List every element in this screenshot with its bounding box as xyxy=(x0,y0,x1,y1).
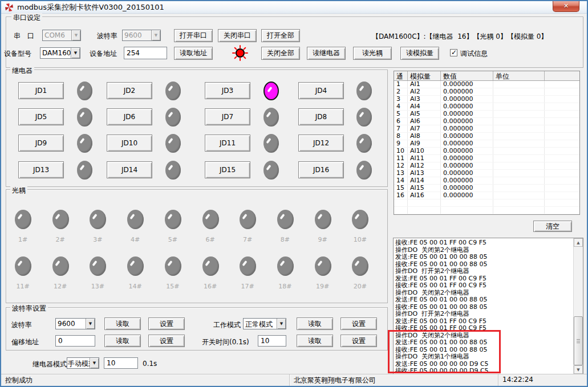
log-line: 接收:FE 05 00 00 00 00 D9 C5 xyxy=(395,368,573,373)
opto-led-1 xyxy=(15,210,31,229)
relay-button-jd14[interactable]: JD14 xyxy=(107,161,152,178)
switch-time-set-button[interactable]: 设置 xyxy=(340,335,377,347)
read-analog-button[interactable]: 读模拟量 xyxy=(400,47,439,60)
dropdown-arrow-icon: ▼ xyxy=(90,358,99,368)
relay-button-jd3[interactable]: JD3 xyxy=(205,82,250,99)
cell-channel: 4 xyxy=(394,103,408,110)
status-company: 北京聚英翱翔电子有限公司 xyxy=(290,374,498,386)
cell-channel: 10 xyxy=(394,148,408,154)
open-all-button[interactable]: 打开全部 xyxy=(261,29,300,42)
baud-set-button[interactable]: 设置 xyxy=(148,317,185,330)
close-serial-button[interactable]: 关闭串口 xyxy=(218,29,257,42)
cell-name: AI1 xyxy=(408,81,441,88)
cell-channel: 2 xyxy=(394,88,408,95)
open-serial-button[interactable]: 打开串口 xyxy=(174,29,213,42)
cell-value: 0.000000 xyxy=(441,103,493,110)
switch-time-input[interactable] xyxy=(258,335,286,347)
offset-input[interactable] xyxy=(55,335,95,347)
cell-empty xyxy=(408,199,441,206)
relay-button-jd11[interactable]: JD11 xyxy=(205,135,250,152)
cell-unit xyxy=(493,185,545,192)
relay-button-jd13[interactable]: JD13 xyxy=(18,161,64,178)
relay-mode-time-input[interactable] xyxy=(104,357,138,369)
cell-empty xyxy=(441,207,493,214)
opto-label-2: 2# xyxy=(51,236,70,243)
baud2-select[interactable]: 9600 ▼ xyxy=(55,318,95,329)
opto-led-5 xyxy=(165,210,181,229)
cell-empty xyxy=(493,199,545,206)
offset-read-button[interactable]: 读取 xyxy=(104,335,141,347)
cell-channel: 16 xyxy=(394,192,408,199)
cell-channel: 13 xyxy=(394,170,408,177)
relay-button-jd10[interactable]: JD10 xyxy=(107,135,152,152)
cell-unit xyxy=(493,81,545,88)
cell-name: AI15 xyxy=(408,185,441,192)
cell-empty xyxy=(545,199,579,206)
work-mode-value: 正常模式 xyxy=(244,319,277,329)
table-row: 16AI160.000000 xyxy=(394,192,579,199)
column-header-4: 单位 xyxy=(493,71,545,80)
relay-button-jd9[interactable]: JD9 xyxy=(18,135,64,152)
cell-name: AI9 xyxy=(408,140,441,147)
work-mode-read-button[interactable]: 读取 xyxy=(297,317,333,330)
read-addr-button[interactable]: 读取地址 xyxy=(174,47,213,60)
cell-unit xyxy=(493,192,545,199)
opto-led-17 xyxy=(240,256,256,276)
read-relay-button[interactable]: 读继电器 xyxy=(307,47,346,60)
relay-button-jd4[interactable]: JD4 xyxy=(298,82,344,99)
relay-button-jd12[interactable]: JD12 xyxy=(298,135,344,152)
log-line: 接收:FE 05 00 01 FF 00 C9 F5 xyxy=(395,239,573,247)
serial-group xyxy=(6,17,583,68)
read-opto-button[interactable]: 读光耦 xyxy=(353,47,392,60)
relay-button-jd8[interactable]: JD8 xyxy=(298,108,344,125)
dropdown-arrow-icon: ▼ xyxy=(277,319,286,329)
model-select[interactable]: DAM1600C ▼ xyxy=(40,47,80,59)
cell-extra xyxy=(545,133,579,140)
cell-name: AI2 xyxy=(408,88,441,95)
offset-label: 偏移地址 xyxy=(11,337,39,347)
table-row: 9AI90.000000 xyxy=(394,140,579,148)
table-row: 2AI20.000000 xyxy=(394,88,579,96)
scroll-up-icon[interactable]: ▲ xyxy=(574,238,583,247)
cell-name: AI6 xyxy=(408,118,441,125)
relay-button-jd5[interactable]: JD5 xyxy=(18,108,64,125)
relay-mode-select[interactable]: 手动模式 ▼ xyxy=(67,357,99,369)
log-scrollbar[interactable]: ▲ ▼ xyxy=(573,238,583,374)
debug-info-checkbox[interactable] xyxy=(450,49,457,56)
cell-channel: 9 xyxy=(394,140,408,147)
cell-extra xyxy=(545,162,579,169)
device-info-text: 【DAM1600C】:【继电器 16】【光耦 0】【模拟量 0】 xyxy=(372,32,548,42)
cell-value: 0.000000 xyxy=(441,118,493,125)
baud-select[interactable]: 9600 ▼ xyxy=(122,30,161,41)
column-header-3: 数值 xyxy=(441,71,493,80)
opto-group-title: 光耦 xyxy=(10,186,27,195)
relay-button-jd1[interactable]: JD1 xyxy=(18,82,64,99)
relay-button-jd16[interactable]: JD16 xyxy=(298,161,344,178)
scrollbar-thumb[interactable] xyxy=(574,316,583,365)
offset-set-button[interactable]: 设置 xyxy=(148,335,185,347)
baud-read-button[interactable]: 读取 xyxy=(104,317,141,330)
relay-led-jd4 xyxy=(356,82,372,100)
window-title: modbus采集控制卡软件V0300_20150101 xyxy=(17,2,164,13)
switch-time-read-button[interactable]: 读取 xyxy=(297,335,333,347)
relay-led-jd8 xyxy=(356,108,372,127)
work-mode-select[interactable]: 正常模式 ▼ xyxy=(243,318,286,329)
relay-led-jd10 xyxy=(165,134,181,153)
cell-value: 0.000000 xyxy=(441,81,493,88)
scroll-down-icon[interactable]: ▼ xyxy=(574,365,583,374)
relay-button-jd7[interactable]: JD7 xyxy=(205,108,250,125)
clear-button[interactable]: 清空 xyxy=(533,221,572,232)
device-addr-input[interactable] xyxy=(124,47,167,59)
relay-button-jd6[interactable]: JD6 xyxy=(107,108,152,125)
close-all-button[interactable]: 关闭全部 xyxy=(261,47,300,60)
relay-button-jd15[interactable]: JD15 xyxy=(205,161,250,178)
close-button[interactable]: ✕ xyxy=(553,1,579,12)
port-select[interactable]: COM6 ▼ xyxy=(42,30,81,41)
relay-button-jd2[interactable]: JD2 xyxy=(107,82,152,99)
cell-extra xyxy=(545,125,579,132)
opto-led-2 xyxy=(52,210,69,229)
cell-extra xyxy=(545,177,579,184)
relay-led-jd6 xyxy=(165,108,181,127)
column-header-2: 模拟量 xyxy=(408,71,441,80)
work-mode-set-button[interactable]: 设置 xyxy=(340,317,377,330)
